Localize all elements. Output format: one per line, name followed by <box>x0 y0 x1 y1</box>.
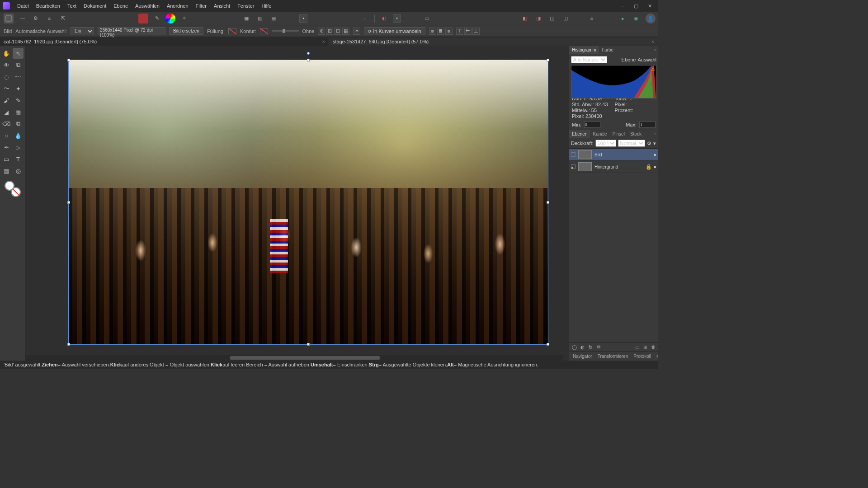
layer-fx-icon[interactable]: ⚙ <box>647 141 651 146</box>
valign-top-icon[interactable]: ⊤ <box>456 28 463 35</box>
lock-icon[interactable]: 🔒 <box>646 164 652 170</box>
bottom-menu-icon[interactable]: ≡ <box>655 353 658 360</box>
marquee-tool-icon[interactable]: ◌ <box>1 71 12 82</box>
dimensions-dropdown[interactable]: 2560x1440 Pixel @ 72 dpi (100%) <box>98 27 165 35</box>
color-wheel-icon[interactable] <box>165 14 175 23</box>
transform-b-icon[interactable]: ⊞ <box>326 28 333 35</box>
background-swatch[interactable] <box>11 187 21 197</box>
minimize-button[interactable]: ─ <box>616 1 629 10</box>
opacity-dropdown[interactable]: 100 % <box>595 140 616 147</box>
shape-tool-icon[interactable]: ▭ <box>1 154 12 164</box>
develop-persona-icon[interactable]: ⚙ <box>31 14 41 23</box>
adjust-icon[interactable]: ◐ <box>579 344 585 350</box>
preview-mode-dropdown[interactable]: ▾ <box>299 14 307 23</box>
smudge-tool-icon[interactable]: 💧 <box>13 130 24 141</box>
dodge-tool-icon[interactable]: ○ <box>1 130 12 141</box>
layer-vis-icon[interactable]: ● <box>653 152 656 157</box>
menu-hilfe[interactable]: Hilfe <box>258 1 275 10</box>
doc-tab-1[interactable]: cat-1045782_1920.jpg [Geändert] (75.0%) … <box>0 38 329 46</box>
arrange-a-icon[interactable]: ⫞ <box>360 14 370 23</box>
layer-row-bild[interactable]: Bild ● <box>569 149 658 161</box>
eraser-tool-icon[interactable]: ⌫ <box>1 118 12 129</box>
scrollbar-thumb[interactable] <box>230 356 380 360</box>
align-left-icon[interactable]: ≡ <box>429 28 436 35</box>
handle-br[interactable] <box>547 343 549 346</box>
tab-kanaele[interactable]: Kanäle <box>590 130 609 138</box>
handle-ml[interactable] <box>67 201 70 204</box>
transform-c-icon[interactable]: ⊟ <box>334 28 341 35</box>
valign-bot-icon[interactable]: ⊥ <box>472 28 480 35</box>
sync-b-icon[interactable]: ◉ <box>631 14 641 23</box>
layer-visible-checkbox[interactable]: ▪ <box>571 164 576 169</box>
pen-tool-icon[interactable]: ✒ <box>1 142 12 153</box>
text-tool-icon[interactable]: T <box>13 154 24 164</box>
align-d-icon[interactable]: ◫ <box>561 14 571 23</box>
liquify-persona-icon[interactable]: 〰 <box>17 14 27 23</box>
delete-layer-icon[interactable]: 🗑 <box>650 344 656 350</box>
blend-dropdown[interactable]: Normal <box>618 140 645 147</box>
tab-farbe[interactable]: Farbe <box>599 46 616 54</box>
photo-persona-icon[interactable] <box>4 14 14 23</box>
menu-bearbeiten[interactable]: Bearbeiten <box>33 1 64 10</box>
clone-tool-icon[interactable]: ⧉ <box>13 118 24 129</box>
handle-tr[interactable] <box>547 59 549 61</box>
channels-dropdown[interactable]: Alle Kanäle <box>571 56 607 63</box>
grid-a-icon[interactable]: ▦ <box>241 14 251 23</box>
layer-more-icon[interactable]: ▾ <box>653 141 656 146</box>
layer-visible-checkbox[interactable] <box>571 152 576 157</box>
ebene-button[interactable]: Ebene <box>622 57 636 62</box>
wand-icon[interactable]: ✧ <box>179 14 189 23</box>
grid-c-icon[interactable]: ▤ <box>269 14 278 23</box>
align-b-icon[interactable]: ◨ <box>533 14 543 23</box>
horizontal-scrollbar[interactable] <box>25 355 563 361</box>
fill-tool-icon[interactable]: ◢ <box>1 107 12 117</box>
rotate-handle[interactable] <box>307 52 310 55</box>
layer-vis-icon[interactable]: ● <box>653 164 656 170</box>
image-canvas[interactable] <box>68 60 548 345</box>
lasso-tool-icon[interactable]: 〰 <box>13 71 24 82</box>
camera-icon[interactable]: ▭ <box>422 14 432 23</box>
swatch-red-icon[interactable] <box>138 14 148 23</box>
menu-filter[interactable]: Filter <box>192 1 210 10</box>
crop-layer-icon[interactable]: ⧉ <box>595 344 602 350</box>
tone-persona-icon[interactable]: ≡ <box>44 14 54 23</box>
grid-b-icon[interactable]: ▥ <box>255 14 265 23</box>
pencil-tool-icon[interactable]: ✎ <box>13 95 24 106</box>
close-tab-1-icon[interactable]: × <box>322 39 325 44</box>
distribute-icon[interactable]: ≡ <box>587 14 597 23</box>
close-tab-2-icon[interactable]: × <box>651 39 654 44</box>
gradient-tool-icon[interactable]: ▦ <box>13 107 24 117</box>
picker-tool-icon[interactable]: ◎ <box>13 165 24 176</box>
min-input[interactable] <box>584 122 600 128</box>
max-input[interactable] <box>639 122 656 128</box>
layer-row-hintergrund[interactable]: ▪ Hintergrund 🔒● <box>569 161 658 173</box>
align-right-icon[interactable]: ≡ <box>445 28 453 35</box>
brush-tool-icon[interactable]: 🖌 <box>1 95 12 106</box>
tab-protokoll[interactable]: Protokoll <box>632 353 653 360</box>
tab-stock[interactable]: Stock <box>627 130 644 138</box>
add-layer-icon[interactable]: ⊞ <box>642 344 648 350</box>
tab-navigator[interactable]: Navigator <box>571 353 594 360</box>
handle-mr[interactable] <box>547 201 549 204</box>
mesh-tool-icon[interactable]: ▦ <box>1 165 12 176</box>
tab-histogramm[interactable]: Histogramm <box>569 46 599 54</box>
menu-anordnen[interactable]: Anordnen <box>163 1 192 10</box>
layers-menu-icon[interactable]: ≡ <box>652 131 658 136</box>
stroke-swatch[interactable] <box>260 28 268 34</box>
tab-pinsel[interactable]: Pinsel <box>610 130 627 138</box>
move-tool-icon[interactable]: ↖ <box>13 48 24 59</box>
close-button[interactable]: ✕ <box>643 1 656 10</box>
canvas-viewport[interactable] <box>25 46 569 361</box>
menu-ansicht[interactable]: Ansicht <box>210 1 234 10</box>
view-tool-icon[interactable]: 👁 <box>1 60 12 70</box>
arrange-b-icon[interactable]: ◐ <box>379 14 389 23</box>
convert-curves-button[interactable]: ⟳ In Kurven umwandeln <box>364 27 425 35</box>
menu-dokument[interactable]: Dokument <box>80 1 110 10</box>
menu-ebene[interactable]: Ebene <box>110 1 132 10</box>
node-tool-icon[interactable]: ▷ <box>13 142 24 153</box>
hand-tool-icon[interactable]: ✋ <box>1 48 12 59</box>
handle-tc[interactable] <box>307 59 310 61</box>
mask-icon[interactable]: ◯ <box>571 344 577 350</box>
tab-ebenen[interactable]: Ebenen <box>569 130 590 138</box>
flood-select-icon[interactable]: ✦ <box>13 83 24 94</box>
